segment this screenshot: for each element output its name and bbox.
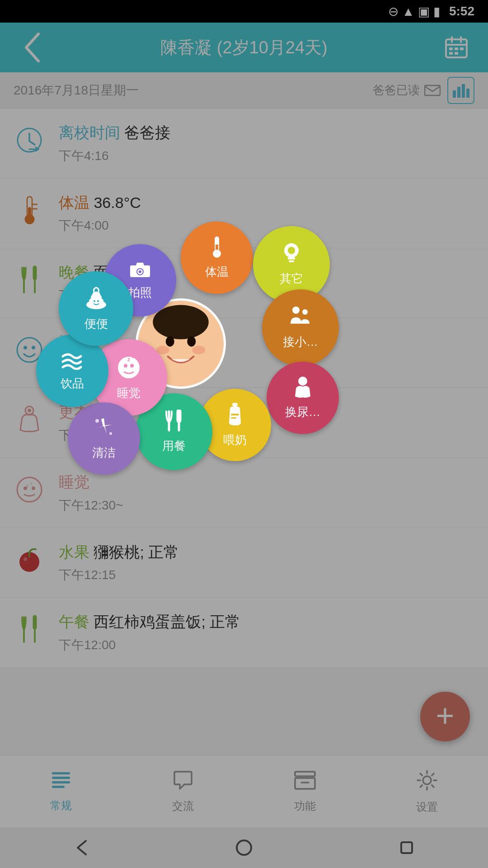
menu-label-tiwen: 体温 xyxy=(205,264,229,280)
radial-menu: 拍照 体温 其它 xyxy=(45,212,316,493)
camera-icon xyxy=(130,260,150,282)
menu-btn-tiwen[interactable]: 体温 xyxy=(181,222,253,294)
menu-label-jiexiao: 接小… xyxy=(283,334,318,350)
diaper-icon xyxy=(292,376,313,401)
bottle-icon xyxy=(226,402,244,429)
svg-rect-65 xyxy=(231,417,236,419)
svg-point-55 xyxy=(213,250,221,258)
menu-btn-bianbien[interactable]: 便便 xyxy=(59,271,133,346)
family-icon xyxy=(289,306,312,331)
svg-rect-64 xyxy=(231,414,239,415)
svg-point-71 xyxy=(130,364,134,368)
menu-btn-qingji[interactable]: 清洁 xyxy=(68,402,140,475)
svg-rect-58 xyxy=(289,260,294,262)
menu-label-shuijue: 睡觉 xyxy=(117,385,141,401)
svg-point-60 xyxy=(292,307,300,314)
svg-point-46 xyxy=(166,336,174,347)
svg-text:z: z xyxy=(127,356,130,363)
svg-point-47 xyxy=(187,336,196,347)
menu-label-qingji: 清洁 xyxy=(92,445,116,461)
radial-menu-overlay[interactable]: 拍照 体温 其它 xyxy=(0,0,488,868)
sparkle-icon xyxy=(93,416,115,442)
poop-icon xyxy=(84,286,108,313)
svg-point-62 xyxy=(298,377,307,386)
svg-point-45 xyxy=(153,305,209,340)
menu-label-yongcan: 用餐 xyxy=(162,438,186,454)
menu-btn-jiexiao[interactable]: 接小… xyxy=(262,289,339,366)
menu-label-weinai: 喂奶 xyxy=(223,432,247,448)
svg-point-81 xyxy=(97,300,99,302)
drink-icon xyxy=(60,350,84,373)
menu-label-huanniu: 换尿… xyxy=(285,404,320,420)
svg-point-59 xyxy=(288,247,295,254)
svg-point-61 xyxy=(302,309,308,315)
svg-point-70 xyxy=(124,364,127,368)
svg-point-79 xyxy=(92,292,100,298)
menu-label-bianbien: 便便 xyxy=(84,316,108,332)
thermometer-icon xyxy=(210,236,224,261)
menu-label-yinpin: 饮品 xyxy=(61,376,84,392)
svg-point-75 xyxy=(109,432,112,435)
svg-point-49 xyxy=(192,346,206,354)
svg-point-52 xyxy=(139,270,141,273)
menu-btn-huanniu[interactable]: 换尿… xyxy=(267,362,339,434)
menu-label-qita: 其它 xyxy=(280,271,303,287)
svg-rect-63 xyxy=(232,403,238,406)
svg-rect-57 xyxy=(288,257,295,259)
svg-point-74 xyxy=(95,419,99,423)
svg-text:z: z xyxy=(132,354,134,359)
svg-point-80 xyxy=(94,300,95,302)
bulb-icon xyxy=(281,242,302,268)
fork-spoon-icon xyxy=(162,410,186,435)
sleep-icon: z z xyxy=(116,354,142,382)
